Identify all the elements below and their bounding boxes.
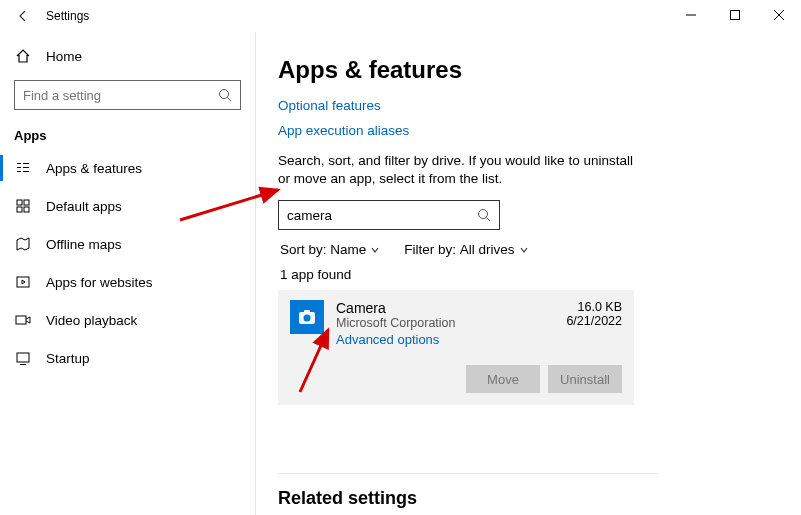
search-icon — [477, 208, 491, 222]
default-apps-icon — [14, 198, 32, 214]
close-button[interactable] — [757, 0, 801, 30]
sort-by[interactable]: Sort by: Name — [280, 242, 380, 257]
svg-rect-15 — [16, 316, 26, 324]
back-button[interactable] — [14, 7, 32, 25]
svg-rect-17 — [20, 364, 26, 365]
app-icon — [290, 300, 324, 334]
settings-search-input[interactable] — [23, 88, 218, 103]
svg-rect-7 — [23, 163, 29, 164]
nav-label: Apps for websites — [46, 275, 153, 290]
svg-point-2 — [220, 90, 229, 99]
nav-apps-websites[interactable]: Apps for websites — [0, 263, 255, 301]
apps-features-icon — [14, 160, 32, 176]
app-search-input[interactable] — [287, 208, 477, 223]
svg-rect-5 — [17, 167, 21, 168]
svg-rect-6 — [17, 171, 21, 172]
window-title: Settings — [46, 9, 89, 23]
svg-rect-22 — [304, 310, 310, 313]
svg-line-3 — [228, 98, 232, 102]
close-icon — [774, 10, 784, 20]
home-label: Home — [46, 49, 82, 64]
app-date: 6/21/2022 — [566, 314, 622, 328]
svg-rect-14 — [17, 277, 29, 287]
page-heading: Apps & features — [278, 56, 801, 84]
app-execution-aliases-link[interactable]: App execution aliases — [278, 123, 409, 138]
uninstall-button[interactable]: Uninstall — [548, 365, 622, 393]
video-playback-icon — [14, 312, 32, 328]
filter-label: Filter by: — [404, 242, 456, 257]
svg-rect-8 — [23, 167, 29, 168]
nav-video-playback[interactable]: Video playback — [0, 301, 255, 339]
optional-features-link[interactable]: Optional features — [278, 98, 381, 113]
home-nav[interactable]: Home — [0, 36, 255, 76]
svg-rect-4 — [17, 163, 21, 164]
svg-rect-16 — [17, 353, 29, 362]
apps-websites-icon — [14, 274, 32, 290]
description-text: Search, sort, and filter by drive. If yo… — [278, 152, 648, 188]
svg-rect-11 — [24, 200, 29, 205]
window-controls — [669, 0, 801, 30]
filter-by[interactable]: Filter by: All drives — [404, 242, 528, 257]
related-heading: Related settings — [278, 488, 801, 509]
divider — [278, 473, 658, 474]
offline-maps-icon — [14, 236, 32, 252]
nav-default-apps[interactable]: Default apps — [0, 187, 255, 225]
svg-line-19 — [487, 218, 491, 222]
app-name: Camera — [336, 300, 554, 316]
chevron-down-icon — [370, 245, 380, 255]
result-count: 1 app found — [280, 267, 801, 282]
sidebar: Home Apps Apps & features Default apps — [0, 32, 256, 515]
svg-rect-10 — [17, 200, 22, 205]
settings-search[interactable] — [14, 80, 241, 110]
maximize-icon — [730, 10, 740, 20]
move-button[interactable]: Move — [466, 365, 540, 393]
nav-apps-features[interactable]: Apps & features — [0, 149, 255, 187]
app-size: 16.0 KB — [566, 300, 622, 314]
nav-label: Offline maps — [46, 237, 122, 252]
sort-label: Sort by: — [280, 242, 327, 257]
nav-label: Default apps — [46, 199, 122, 214]
search-icon — [218, 88, 232, 102]
back-arrow-icon — [16, 9, 30, 23]
sort-value: Name — [330, 242, 366, 257]
minimize-button[interactable] — [669, 0, 713, 30]
nav-offline-maps[interactable]: Offline maps — [0, 225, 255, 263]
svg-rect-13 — [24, 207, 29, 212]
svg-rect-1 — [731, 11, 740, 20]
app-entry[interactable]: Camera Microsoft Corporation Advanced op… — [278, 290, 634, 405]
home-icon — [14, 48, 32, 64]
chevron-down-icon — [519, 245, 529, 255]
nav-label: Apps & features — [46, 161, 142, 176]
nav-label: Startup — [46, 351, 90, 366]
app-search-box[interactable] — [278, 200, 500, 230]
nav-label: Video playback — [46, 313, 137, 328]
nav-startup[interactable]: Startup — [0, 339, 255, 377]
svg-rect-12 — [17, 207, 22, 212]
advanced-options-link[interactable]: Advanced options — [336, 332, 439, 347]
sidebar-section-label: Apps — [0, 118, 255, 149]
app-publisher: Microsoft Corporation — [336, 316, 554, 330]
minimize-icon — [686, 10, 696, 20]
maximize-button[interactable] — [713, 0, 757, 30]
svg-point-18 — [479, 210, 488, 219]
svg-rect-9 — [23, 171, 29, 172]
camera-icon — [297, 307, 317, 327]
filter-value: All drives — [460, 242, 515, 257]
startup-icon — [14, 350, 32, 366]
svg-point-21 — [304, 315, 311, 322]
content-pane: Apps & features Optional features App ex… — [256, 32, 801, 515]
